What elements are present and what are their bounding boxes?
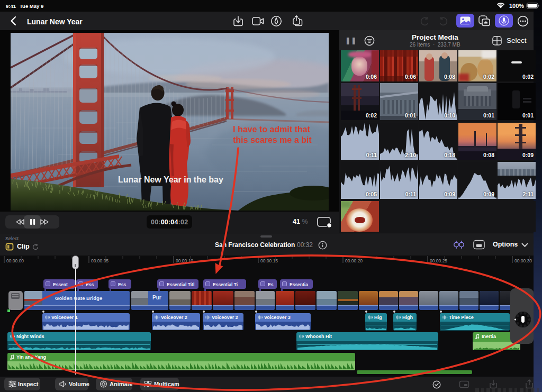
svg-text:100%: 100%: [509, 3, 524, 9]
svg-text:00:00:30: 00:00:30: [514, 258, 532, 263]
svg-text:00:00:25: 00:00:25: [430, 258, 447, 263]
svg-text:00:00:05: 00:00:05: [91, 258, 109, 263]
svg-text:Lunar New Year in the bay: Lunar New Year in the bay: [118, 175, 223, 184]
svg-text:00:00:00: 00:00:00: [6, 258, 24, 263]
svg-text:00:00:20: 00:00:20: [345, 258, 363, 263]
svg-text:00:00:15: 00:00:15: [260, 258, 278, 263]
svg-text:00:00:10: 00:00:10: [176, 258, 193, 263]
